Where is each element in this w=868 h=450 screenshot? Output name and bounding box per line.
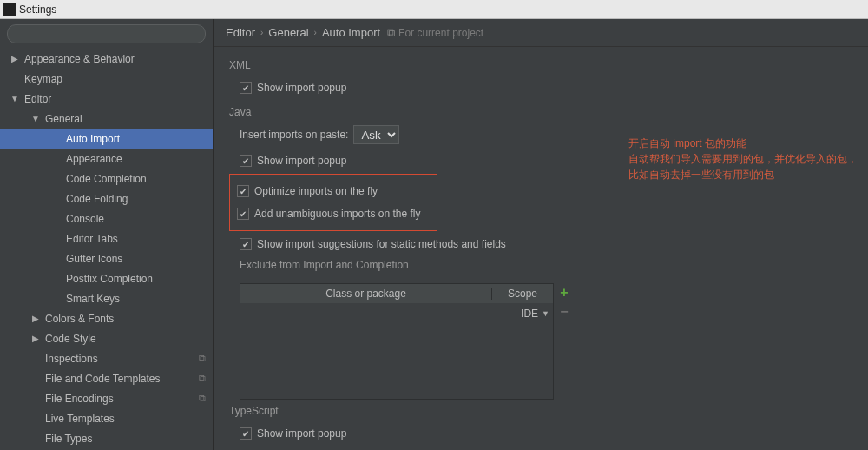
settings-sidebar: ⌕ ▶Appearance & Behavior▶Keymap▼Editor▼G… xyxy=(0,19,214,450)
tree-item-label: Appearance & Behavior xyxy=(24,53,135,65)
chevron-right-icon: › xyxy=(260,28,263,37)
tree-item-label: File Encodings xyxy=(45,393,114,405)
window-title: Settings xyxy=(19,3,56,16)
settings-tree: ▶Appearance & Behavior▶Keymap▼Editor▼Gen… xyxy=(0,47,213,450)
tree-item-editor-tabs[interactable]: ▶Editor Tabs xyxy=(0,228,213,248)
optimize-imports-checkbox[interactable] xyxy=(237,185,249,197)
group-xml: XML xyxy=(229,59,852,71)
tree-item-label: Editor xyxy=(24,93,51,105)
exclude-col-scope[interactable]: Scope xyxy=(492,288,553,300)
tree-item-label: Code Style xyxy=(45,333,96,345)
exclude-row[interactable]: IDE ▼ xyxy=(240,303,553,324)
window-titlebar: Settings xyxy=(0,0,868,19)
unambiguous-imports-label: Add unambiguous imports on the fly xyxy=(254,208,420,220)
ts-show-popup-checkbox[interactable] xyxy=(240,427,252,440)
java-show-popup-label: Show import popup xyxy=(257,155,346,167)
app-icon xyxy=(3,3,16,16)
tree-item-console[interactable]: ▶Console xyxy=(0,208,213,228)
java-show-popup-checkbox[interactable] xyxy=(240,155,252,167)
chevron-down-icon[interactable]: ▼ xyxy=(9,94,21,103)
tree-item-code-folding[interactable]: ▶Code Folding xyxy=(0,189,213,208)
tree-item-keymap[interactable]: ▶Keymap xyxy=(0,69,213,89)
chevron-right-icon[interactable]: ▶ xyxy=(30,314,42,323)
search-input[interactable] xyxy=(7,24,206,43)
tree-item-label: Auto Import xyxy=(66,133,120,145)
tree-item-label: Gutter Icons xyxy=(66,253,122,265)
unambiguous-imports-checkbox[interactable] xyxy=(237,208,249,220)
ts-show-popup-label: Show import popup xyxy=(257,427,346,440)
paste-label: Insert imports on paste: xyxy=(240,129,348,141)
chevron-down-icon[interactable]: ▼ xyxy=(542,309,549,318)
project-scope-label: For current project xyxy=(398,27,483,39)
chevron-down-icon[interactable]: ▼ xyxy=(30,114,42,123)
tree-item-label: General xyxy=(45,113,82,125)
tree-item-general[interactable]: ▼General xyxy=(0,109,213,129)
static-suggestions-label: Show import suggestions for static metho… xyxy=(257,238,506,250)
paste-select[interactable]: Ask xyxy=(353,125,399,144)
tree-item-file-encodings[interactable]: ▶File Encodings⧉ xyxy=(0,388,213,408)
project-scope-icon: ⧉ xyxy=(199,393,206,404)
tree-item-code-style[interactable]: ▶Code Style xyxy=(0,328,213,348)
breadcrumb-part: Auto Import xyxy=(322,26,380,39)
tree-item-label: Colors & Fonts xyxy=(45,313,114,325)
breadcrumb-part[interactable]: General xyxy=(268,26,308,39)
xml-show-popup-label: Show import popup xyxy=(257,82,346,94)
tree-item-live-templates[interactable]: ▶Live Templates xyxy=(0,408,213,428)
exclude-col-class[interactable]: Class or package xyxy=(240,288,492,300)
tree-item-colors-fonts[interactable]: ▶Colors & Fonts xyxy=(0,308,213,328)
tree-item-label: File and Code Templates xyxy=(45,373,161,385)
chevron-right-icon[interactable]: ▶ xyxy=(30,334,42,343)
tree-item-code-completion[interactable]: ▶Code Completion xyxy=(0,169,213,189)
breadcrumb-part[interactable]: Editor xyxy=(226,26,255,39)
tree-item-appearance-behavior[interactable]: ▶Appearance & Behavior xyxy=(0,49,213,69)
tree-item-editor[interactable]: ▼Editor xyxy=(0,89,213,109)
tree-item-label: Keymap xyxy=(24,73,62,85)
breadcrumb: Editor › General › Auto Import ⧉ For cur… xyxy=(214,19,868,47)
xml-show-popup-checkbox[interactable] xyxy=(240,82,252,94)
tree-item-label: Live Templates xyxy=(45,413,115,425)
highlight-box: Optimize imports on the fly Add unambigu… xyxy=(229,174,437,231)
chevron-right-icon[interactable]: ▶ xyxy=(9,54,21,63)
tree-item-label: File Types xyxy=(45,433,92,445)
optimize-imports-label: Optimize imports on the fly xyxy=(254,185,378,197)
tree-item-file-and-code-templates[interactable]: ▶File and Code Templates⧉ xyxy=(0,368,213,388)
tree-item-label: Code Folding xyxy=(66,193,128,205)
tree-item-label: Editor Tabs xyxy=(66,233,118,245)
tree-item-label: Postfix Completion xyxy=(66,273,153,285)
tree-item-inspections[interactable]: ▶Inspections⧉ xyxy=(0,348,213,368)
tree-item-label: Console xyxy=(66,213,104,225)
tree-item-auto-import[interactable]: ▶Auto Import xyxy=(0,129,213,149)
settings-main: Editor › General › Auto Import ⧉ For cur… xyxy=(214,19,868,450)
tree-item-label: Smart Keys xyxy=(66,293,120,305)
tree-item-appearance[interactable]: ▶Appearance xyxy=(0,149,213,169)
tree-item-label: Code Completion xyxy=(66,173,147,185)
exclude-row-scope: IDE xyxy=(521,308,538,320)
exclude-table: Class or package Scope IDE ▼ xyxy=(240,283,554,400)
project-scope-icon: ⧉ xyxy=(387,26,395,40)
tree-item-file-types[interactable]: ▶File Types xyxy=(0,428,213,448)
tree-item-label: Appearance xyxy=(66,153,122,165)
tree-item-label: Inspections xyxy=(45,353,98,365)
exclude-add-button[interactable]: + xyxy=(556,283,573,302)
chevron-right-icon: › xyxy=(314,28,317,37)
exclude-remove-button[interactable]: − xyxy=(556,302,573,321)
group-java: Java xyxy=(229,106,852,118)
group-typescript: TypeScript xyxy=(229,405,852,417)
project-scope-icon: ⧉ xyxy=(199,373,206,384)
tree-item-smart-keys[interactable]: ▶Smart Keys xyxy=(0,288,213,308)
project-scope-icon: ⧉ xyxy=(199,353,206,364)
exclude-label: Exclude from Import and Completion xyxy=(240,259,852,271)
static-suggestions-checkbox[interactable] xyxy=(240,238,252,250)
tree-item-gutter-icons[interactable]: ▶Gutter Icons xyxy=(0,248,213,268)
tree-item-postfix-completion[interactable]: ▶Postfix Completion xyxy=(0,268,213,288)
